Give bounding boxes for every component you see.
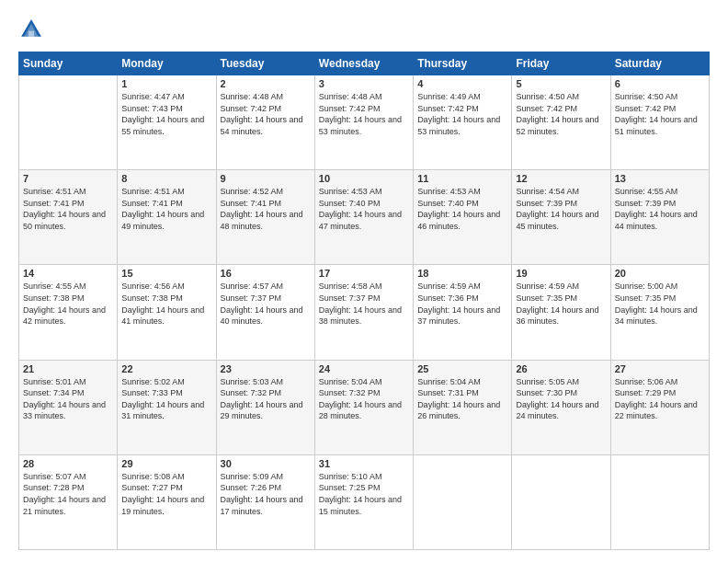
day-info: Sunrise: 5:10 AM Sunset: 7:25 PM Dayligh…: [319, 471, 409, 517]
daylight-text: Daylight: 14 hours and 24 minutes.: [516, 400, 598, 421]
sunset-text: Sunset: 7:32 PM: [319, 388, 381, 397]
sunset-text: Sunset: 7:25 PM: [319, 483, 381, 492]
calendar-cell: 6 Sunrise: 4:50 AM Sunset: 7:42 PM Dayli…: [610, 75, 709, 170]
calendar-cell: 17 Sunrise: 4:58 AM Sunset: 7:37 PM Dayl…: [314, 265, 413, 360]
calendar-cell: 31 Sunrise: 5:10 AM Sunset: 7:25 PM Dayl…: [314, 454, 413, 549]
calendar-cell: 16 Sunrise: 4:57 AM Sunset: 7:37 PM Dayl…: [216, 265, 314, 360]
daylight-text: Daylight: 14 hours and 34 minutes.: [615, 305, 698, 327]
day-info: Sunrise: 4:56 AM Sunset: 7:38 PM Dayligh…: [121, 281, 211, 327]
day-number: 16: [221, 268, 311, 279]
calendar-week-row: 28 Sunrise: 5:07 AM Sunset: 7:28 PM Dayl…: [19, 454, 710, 549]
calendar-cell: [19, 75, 118, 170]
day-number: 11: [417, 173, 507, 184]
day-number: 8: [121, 173, 211, 184]
calendar-cell: 13 Sunrise: 4:55 AM Sunset: 7:39 PM Dayl…: [610, 170, 709, 265]
day-info: Sunrise: 5:06 AM Sunset: 7:29 PM Dayligh…: [615, 376, 705, 422]
calendar-cell: 30 Sunrise: 5:09 AM Sunset: 7:26 PM Dayl…: [216, 454, 314, 549]
sunrise-text: Sunrise: 5:07 AM: [23, 472, 86, 481]
daylight-text: Daylight: 14 hours and 45 minutes.: [516, 210, 598, 231]
sunset-text: Sunset: 7:31 PM: [417, 388, 479, 397]
daylight-text: Daylight: 14 hours and 17 minutes.: [221, 495, 303, 516]
sunrise-text: Sunrise: 4:51 AM: [23, 187, 86, 196]
calendar-cell: 28 Sunrise: 5:07 AM Sunset: 7:28 PM Dayl…: [19, 454, 118, 549]
sunset-text: Sunset: 7:37 PM: [319, 293, 381, 303]
daylight-text: Daylight: 14 hours and 54 minutes.: [221, 115, 303, 136]
daylight-text: Daylight: 14 hours and 50 minutes.: [23, 210, 106, 231]
day-number: 13: [615, 173, 705, 184]
day-info: Sunrise: 5:04 AM Sunset: 7:32 PM Dayligh…: [319, 376, 409, 422]
daylight-text: Daylight: 14 hours and 44 minutes.: [615, 210, 698, 231]
calendar-cell: [512, 454, 610, 549]
day-info: Sunrise: 4:48 AM Sunset: 7:42 PM Dayligh…: [319, 91, 409, 137]
sunset-text: Sunset: 7:35 PM: [516, 293, 577, 303]
day-info: Sunrise: 4:59 AM Sunset: 7:35 PM Dayligh…: [516, 281, 606, 327]
daylight-text: Daylight: 14 hours and 31 minutes.: [121, 400, 204, 421]
day-number: 1: [121, 78, 211, 89]
calendar-cell: 15 Sunrise: 4:56 AM Sunset: 7:38 PM Dayl…: [118, 265, 216, 360]
sunset-text: Sunset: 7:38 PM: [121, 293, 183, 303]
daylight-text: Daylight: 14 hours and 37 minutes.: [417, 305, 500, 327]
day-info: Sunrise: 5:01 AM Sunset: 7:34 PM Dayligh…: [23, 376, 113, 422]
day-number: 2: [221, 78, 311, 89]
daylight-text: Daylight: 14 hours and 48 minutes.: [221, 210, 303, 231]
daylight-text: Daylight: 14 hours and 51 minutes.: [615, 115, 698, 136]
sunrise-text: Sunrise: 4:58 AM: [319, 282, 382, 291]
sunset-text: Sunset: 7:28 PM: [23, 483, 85, 492]
day-info: Sunrise: 5:08 AM Sunset: 7:27 PM Dayligh…: [121, 471, 211, 517]
sunrise-text: Sunrise: 4:54 AM: [516, 187, 579, 196]
calendar-week-row: 1 Sunrise: 4:47 AM Sunset: 7:43 PM Dayli…: [19, 75, 710, 170]
calendar-day-header: Wednesday: [314, 52, 413, 75]
daylight-text: Daylight: 14 hours and 53 minutes.: [319, 115, 402, 136]
sunrise-text: Sunrise: 4:47 AM: [121, 92, 185, 101]
sunrise-text: Sunrise: 4:48 AM: [221, 92, 284, 101]
day-info: Sunrise: 4:57 AM Sunset: 7:37 PM Dayligh…: [221, 281, 311, 327]
sunset-text: Sunset: 7:34 PM: [23, 388, 85, 397]
sunset-text: Sunset: 7:43 PM: [121, 104, 183, 113]
daylight-text: Daylight: 14 hours and 53 minutes.: [417, 115, 500, 136]
daylight-text: Daylight: 14 hours and 26 minutes.: [417, 400, 500, 421]
calendar-cell: 22 Sunrise: 5:02 AM Sunset: 7:33 PM Dayl…: [118, 360, 216, 454]
sunrise-text: Sunrise: 5:04 AM: [417, 377, 481, 386]
calendar-cell: 25 Sunrise: 5:04 AM Sunset: 7:31 PM Dayl…: [414, 360, 512, 454]
day-info: Sunrise: 5:07 AM Sunset: 7:28 PM Dayligh…: [23, 471, 113, 517]
sunrise-text: Sunrise: 5:10 AM: [319, 472, 382, 481]
day-number: 25: [417, 363, 507, 374]
daylight-text: Daylight: 14 hours and 42 minutes.: [23, 305, 106, 327]
sunset-text: Sunset: 7:38 PM: [23, 293, 85, 303]
calendar-cell: 14 Sunrise: 4:55 AM Sunset: 7:38 PM Dayl…: [19, 265, 118, 360]
calendar-cell: 4 Sunrise: 4:49 AM Sunset: 7:42 PM Dayli…: [414, 75, 512, 170]
sunrise-text: Sunrise: 4:50 AM: [516, 92, 579, 101]
daylight-text: Daylight: 14 hours and 47 minutes.: [319, 210, 402, 231]
day-info: Sunrise: 5:04 AM Sunset: 7:31 PM Dayligh…: [417, 376, 507, 422]
daylight-text: Daylight: 14 hours and 40 minutes.: [221, 305, 303, 327]
day-info: Sunrise: 4:50 AM Sunset: 7:42 PM Dayligh…: [516, 91, 606, 137]
day-number: 17: [319, 268, 409, 279]
sunrise-text: Sunrise: 5:05 AM: [516, 377, 579, 386]
sunset-text: Sunset: 7:42 PM: [221, 104, 282, 113]
sunset-text: Sunset: 7:37 PM: [221, 293, 282, 303]
daylight-text: Daylight: 14 hours and 38 minutes.: [319, 305, 402, 327]
sunrise-text: Sunrise: 5:09 AM: [221, 472, 284, 481]
calendar-cell: 3 Sunrise: 4:48 AM Sunset: 7:42 PM Dayli…: [314, 75, 413, 170]
day-info: Sunrise: 4:54 AM Sunset: 7:39 PM Dayligh…: [516, 186, 606, 232]
day-info: Sunrise: 5:05 AM Sunset: 7:30 PM Dayligh…: [516, 376, 606, 422]
day-info: Sunrise: 4:53 AM Sunset: 7:40 PM Dayligh…: [319, 186, 409, 232]
calendar-day-header: Monday: [118, 52, 216, 75]
daylight-text: Daylight: 14 hours and 22 minutes.: [615, 400, 698, 421]
logo: [18, 17, 48, 42]
sunrise-text: Sunrise: 4:51 AM: [121, 187, 185, 196]
header: [18, 17, 710, 42]
daylight-text: Daylight: 14 hours and 21 minutes.: [23, 495, 106, 516]
daylight-text: Daylight: 14 hours and 49 minutes.: [121, 210, 204, 231]
calendar-cell: 27 Sunrise: 5:06 AM Sunset: 7:29 PM Dayl…: [610, 360, 709, 454]
day-number: 7: [23, 173, 113, 184]
sunrise-text: Sunrise: 4:59 AM: [417, 282, 481, 291]
day-number: 26: [516, 363, 606, 374]
day-info: Sunrise: 5:00 AM Sunset: 7:35 PM Dayligh…: [615, 281, 705, 327]
day-number: 14: [23, 268, 113, 279]
sunset-text: Sunset: 7:33 PM: [121, 388, 183, 397]
sunrise-text: Sunrise: 5:00 AM: [615, 282, 678, 291]
day-number: 24: [319, 363, 409, 374]
sunset-text: Sunset: 7:39 PM: [516, 199, 577, 208]
day-number: 12: [516, 173, 606, 184]
